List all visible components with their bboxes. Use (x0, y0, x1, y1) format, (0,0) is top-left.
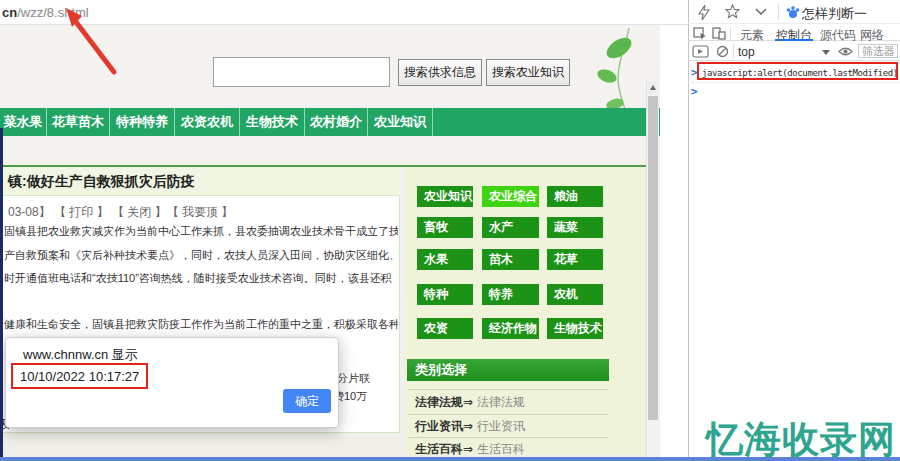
left-edge-border (0, 128, 3, 457)
console-entry-separator (688, 82, 900, 83)
article-line: 时开通值班电话和“农技110”咨询热线，随时接受农业技术咨询。同时，该县还积 (4, 271, 398, 286)
tab-console[interactable]: 控制台 (776, 27, 812, 44)
clear-console-icon[interactable] (716, 45, 729, 58)
category-link-law[interactable]: 法律法规⇒法律法规 (415, 394, 525, 411)
scrollbar-thumb[interactable] (648, 96, 658, 420)
cat-special-breeding[interactable]: 特养 (482, 284, 539, 305)
cat-vegetables[interactable]: 蔬菜 (547, 217, 603, 238)
list-separator (408, 414, 608, 415)
tab-sources[interactable]: 源代码 (820, 27, 856, 44)
search-input[interactable] (213, 57, 390, 87)
article-meta-actions[interactable]: 03-08】 【 打印 】 【 关闭 】【 我要顶 】 (8, 204, 233, 221)
nav-item-biotech[interactable]: 生物技术 (240, 108, 305, 136)
category-link[interactable]: 法律法规 (477, 395, 525, 409)
article-line: 产自救预案和《灾后补种技术要点》，同时，农技人员深入田间，协助灾区细化、 (4, 248, 398, 263)
tab-elements[interactable]: 元素 (740, 27, 764, 44)
console-command-text[interactable]: javascript:alert(document.lastModified) (702, 68, 898, 78)
console-context-selector[interactable]: top (738, 45, 755, 59)
alert-dialog-title: www.chnnw.cn 显示 (23, 346, 138, 364)
category-link-life-encyclopedia[interactable]: 生活百科⇒生活百科 (415, 441, 525, 458)
category-panel (405, 167, 658, 455)
watermark-text: 忆海收录网 (690, 415, 896, 461)
alert-message-timestamp: 10/10/2022 10:17:27 (20, 369, 139, 384)
cat-fruit[interactable]: 水果 (417, 249, 473, 270)
inspect-element-icon[interactable] (693, 27, 707, 40)
context-dropdown-caret-icon[interactable] (822, 50, 830, 55)
screenshot-root: cn/wzz/8.shtml 搜索供求信息 搜索农业知识 菜水果 花草苗木 特种… (0, 0, 900, 461)
url-domain-part: cn (2, 5, 17, 20)
bookmark-star-icon[interactable] (725, 4, 740, 19)
annotation-red-arrow (58, 4, 124, 78)
search-knowledge-button[interactable]: 搜索农业知识 (486, 59, 570, 86)
lightning-icon[interactable] (698, 5, 710, 20)
cat-seedlings[interactable]: 苗木 (482, 249, 539, 270)
console-filter-input[interactable]: 筛选器 (858, 44, 898, 58)
nav-item-vegetables-fruit[interactable]: 菜水果 (0, 108, 47, 136)
scrollbar-up-arrow[interactable] (647, 81, 658, 94)
cat-agri-machine[interactable]: 农机 (547, 284, 603, 305)
arrow-icon: ⇒ (463, 419, 473, 433)
arrow-icon: ⇒ (463, 395, 473, 409)
toolbar-separator (730, 27, 731, 39)
tab-network[interactable]: 网络 (860, 27, 884, 44)
nav-item-special-breeding[interactable]: 特种特养 (110, 108, 175, 136)
cat-agri-knowledge[interactable]: 农业知识 (417, 186, 473, 207)
nav-item-agri-knowledge[interactable]: 农业知识 (368, 108, 433, 136)
main-nav: 菜水果 花草苗木 特种特养 农资农机 生物技术 农村婚介 农业知识 (0, 108, 660, 136)
eye-icon[interactable] (838, 46, 853, 57)
cat-biotech[interactable]: 生物技术 (547, 318, 603, 339)
bottom-edge-border (0, 457, 900, 461)
list-separator (408, 437, 608, 438)
cat-livestock[interactable]: 畜牧 (417, 217, 473, 238)
toolbar-bottom-border (688, 60, 900, 61)
annotation-red-box-console: javascript:alert(document.lastModified) (697, 62, 898, 80)
article-text-fragment: 分片联 (337, 371, 370, 386)
alert-ok-button[interactable]: 确定 (283, 389, 331, 413)
category-link[interactable]: 生活百科 (477, 442, 525, 456)
cat-cash-crops[interactable]: 经济作物 (482, 318, 539, 339)
category-label: 行业资讯 (415, 419, 463, 433)
cat-grain-oil[interactable]: 粮油 (547, 186, 603, 207)
category-label: 法律法规 (415, 395, 463, 409)
category-link-industry-news[interactable]: 行业资讯⇒行业资讯 (415, 418, 525, 435)
nav-filler (433, 108, 660, 136)
active-tab-underline (775, 39, 813, 41)
alert-dialog: www.chnnw.cn 显示 10/10/2022 10:17:27 确定 (5, 337, 339, 428)
chevron-down-icon[interactable] (755, 8, 767, 16)
device-toolbar-icon[interactable] (712, 27, 726, 40)
paw-favicon-icon (786, 5, 800, 19)
nav-item-flowers-seedlings[interactable]: 花草苗木 (47, 108, 110, 136)
category-link[interactable]: 行业资讯 (477, 419, 525, 433)
cat-aquaculture[interactable]: 水产 (482, 217, 539, 238)
nav-item-rural-matchmaking[interactable]: 农村婚介 (305, 108, 368, 136)
article-title: 镇:做好生产自救狠抓灾后防疫 (8, 173, 195, 191)
console-input-chevron[interactable]: > (691, 85, 698, 98)
arrow-icon: ⇒ (463, 442, 473, 456)
list-separator (408, 389, 608, 390)
article-line: 固镇县把农业救灾减灾作为当前中心工作来抓，县农委抽调农业技术骨干成立了技 (4, 224, 398, 239)
bookmark-title[interactable]: 怎样判断一 (802, 5, 900, 23)
cat-agri-supplies[interactable]: 农资 (417, 318, 473, 339)
cat-special-species[interactable]: 特种 (417, 284, 473, 305)
toolbar-separator (733, 44, 734, 58)
console-sidebar-icon[interactable] (692, 45, 709, 58)
nav-item-agri-machinery[interactable]: 农资农机 (175, 108, 240, 136)
search-supply-button[interactable]: 搜索供求信息 (398, 59, 482, 86)
cat-flowers[interactable]: 花草 (547, 249, 603, 270)
category-select-header: 类别选择 (407, 359, 609, 381)
annotation-red-box-timestamp: 10/10/2022 10:17:27 (11, 363, 148, 389)
article-line: 健康和生命安全，固镇县把救灾防疫工作作为当前工作的重中之重，积极采取各种 (4, 317, 398, 332)
cat-agri-general-active[interactable]: 农业综合 (482, 186, 539, 207)
toolbar-separator (778, 4, 779, 20)
category-label: 生活百科 (415, 442, 463, 456)
